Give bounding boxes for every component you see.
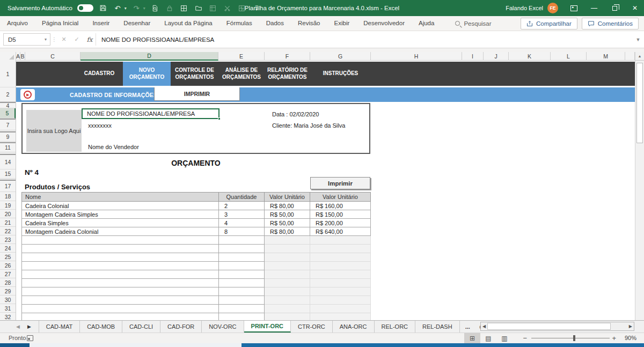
column-header-f[interactable]: F — [265, 52, 310, 61]
sheet-tab-overflow[interactable]: ... — [460, 321, 475, 333]
page-break-view-icon[interactable]: ▥ — [496, 333, 513, 343]
vertical-scrollbar[interactable] — [635, 61, 644, 320]
table-cell[interactable] — [22, 313, 219, 321]
sheet-tab-cad-cli[interactable]: CAD-CLI — [122, 321, 160, 333]
sheet-tab-ana-orc[interactable]: ANA-ORC — [333, 321, 375, 333]
table-cell[interactable] — [22, 236, 219, 245]
table-cell[interactable] — [310, 287, 371, 296]
table-cell[interactable]: R$ 50,00 — [265, 210, 310, 219]
table-cell[interactable]: R$ 50,00 — [265, 219, 310, 227]
tab-arquivo[interactable]: Arquivo — [0, 16, 35, 31]
scroll-up-icon[interactable]: ▲ — [635, 52, 644, 60]
client-cell[interactable]: Cliente: Maria José da Silva — [272, 122, 345, 129]
macro-record-icon[interactable] — [27, 335, 33, 341]
tab-formulas[interactable]: Fórmulas — [219, 16, 259, 31]
row-header[interactable]: 1 — [0, 61, 16, 87]
table-cell[interactable] — [265, 296, 310, 305]
table-cell[interactable] — [219, 253, 265, 262]
row-header[interactable]: 20 — [0, 210, 16, 218]
tab-revisao[interactable]: Revisão — [291, 16, 327, 31]
column-header-g[interactable]: G — [310, 52, 371, 61]
column-header-d[interactable]: D — [80, 52, 218, 61]
table-cell[interactable] — [219, 287, 265, 296]
row-header[interactable]: 4 — [0, 103, 16, 108]
row-header[interactable]: 28 — [0, 278, 16, 287]
table-cell[interactable]: R$ 640,00 — [310, 227, 371, 236]
table-cell[interactable] — [265, 279, 310, 287]
table-cell[interactable]: R$ 80,00 — [265, 227, 310, 236]
borders-grid-icon[interactable] — [179, 3, 189, 13]
column-header-m[interactable]: M — [587, 52, 625, 61]
tab-dados[interactable]: Dados — [259, 16, 291, 31]
column-header-l[interactable]: L — [551, 52, 587, 61]
company-code-cell[interactable]: xxxxxxxx — [88, 122, 112, 129]
table-cell[interactable] — [22, 305, 219, 313]
zoom-in-icon[interactable]: + — [612, 333, 616, 343]
column-header-b[interactable]: B — [20, 52, 25, 61]
table-cell[interactable] — [310, 253, 371, 262]
table-cell[interactable] — [219, 305, 265, 313]
table-cell[interactable] — [22, 245, 219, 253]
sheet-tab-cad-mob[interactable]: CAD-MOB — [80, 321, 122, 333]
tab-pagina-inicial[interactable]: Página Inicial — [35, 16, 85, 31]
sheet-tab-print-orc[interactable]: PRINT-ORC — [244, 321, 291, 333]
row-header[interactable]: 30 — [0, 296, 16, 304]
close-button[interactable]: ✕ — [626, 0, 644, 16]
table-cell[interactable]: Montagem Cadeira Simples — [22, 210, 219, 219]
table-cell[interactable]: Cadeira Simples — [22, 219, 219, 227]
undo-icon[interactable]: ↶ — [113, 3, 122, 13]
table-cell[interactable] — [310, 296, 371, 305]
row-header[interactable]: 14 — [0, 155, 16, 169]
cell-fill-handle[interactable] — [218, 117, 221, 120]
zoom-level[interactable]: 90% — [625, 333, 636, 343]
table-cell[interactable] — [219, 262, 265, 270]
name-box[interactable]: D5 ▾ — [3, 33, 50, 46]
table-cell[interactable]: 3 — [219, 210, 265, 219]
row-header[interactable]: 19 — [0, 201, 16, 210]
table-cell[interactable] — [265, 287, 310, 296]
page-layout-view-icon[interactable]: ▤ — [480, 333, 496, 343]
table-cell[interactable] — [265, 262, 310, 270]
row-header[interactable]: 29 — [0, 287, 16, 296]
sheet-tab-cad-mat[interactable]: CAD-MAT — [39, 321, 80, 333]
table-cell[interactable]: 8 — [219, 227, 265, 236]
row-header[interactable]: 32 — [0, 313, 16, 320]
header-valor-unitario[interactable]: Valor Unitário — [265, 193, 310, 202]
tab-inserir[interactable]: Inserir — [85, 16, 116, 31]
nav-tab-relatorio-de-orcamentos[interactable]: RELATÓRIO DE ORÇAMENTOS — [265, 62, 310, 86]
table-cell[interactable] — [310, 279, 371, 287]
normal-view-icon[interactable]: ⊞ — [464, 333, 480, 343]
sheet-nav-right-icon[interactable]: ▶ — [27, 324, 31, 329]
row-header[interactable]: 26 — [0, 261, 16, 270]
column-header-j[interactable]: J — [484, 52, 509, 61]
column-header-h[interactable]: H — [371, 52, 462, 61]
vendor-name-cell[interactable]: Nome do Vendedor — [88, 144, 139, 150]
table-cell[interactable] — [310, 313, 371, 321]
row-header[interactable]: 22 — [0, 227, 16, 235]
row-header[interactable]: 24 — [0, 244, 16, 253]
header-nome[interactable]: Nome — [22, 193, 219, 202]
budget-title[interactable]: ORÇAMENTO — [21, 159, 370, 167]
table-cell[interactable] — [22, 296, 219, 305]
row-header[interactable]: 27 — [0, 270, 16, 278]
restore-button[interactable] — [605, 0, 624, 16]
table-cell[interactable] — [219, 270, 265, 279]
header-quantidade[interactable]: Quantidade — [219, 193, 265, 202]
table-cell[interactable] — [265, 253, 310, 262]
table-cell[interactable]: Montagem Cadeira Colonial — [22, 227, 219, 236]
search-box[interactable]: Pesquisar — [455, 20, 491, 27]
table-cell[interactable] — [219, 245, 265, 253]
table-cell[interactable]: Cadeira Colonial — [22, 202, 219, 210]
tab-layout-da-pagina[interactable]: Layout da Página — [157, 16, 219, 31]
nav-tab-cadastro[interactable]: CADASTRO — [67, 62, 131, 86]
table-cell[interactable]: 4 — [219, 219, 265, 227]
horizontal-scrollbar-thumb[interactable] — [487, 323, 611, 330]
select-all-corner[interactable] — [0, 52, 16, 61]
open-folder-icon[interactable] — [194, 3, 203, 13]
budget-number[interactable]: Nº 4 — [25, 168, 39, 176]
table-cell[interactable] — [22, 253, 219, 262]
horizontal-scrollbar[interactable]: ◀ ▶ — [480, 322, 634, 331]
autosave-toggle[interactable] — [77, 4, 93, 12]
zoom-out-icon[interactable]: − — [523, 333, 527, 343]
column-header-i[interactable]: I — [462, 52, 484, 61]
